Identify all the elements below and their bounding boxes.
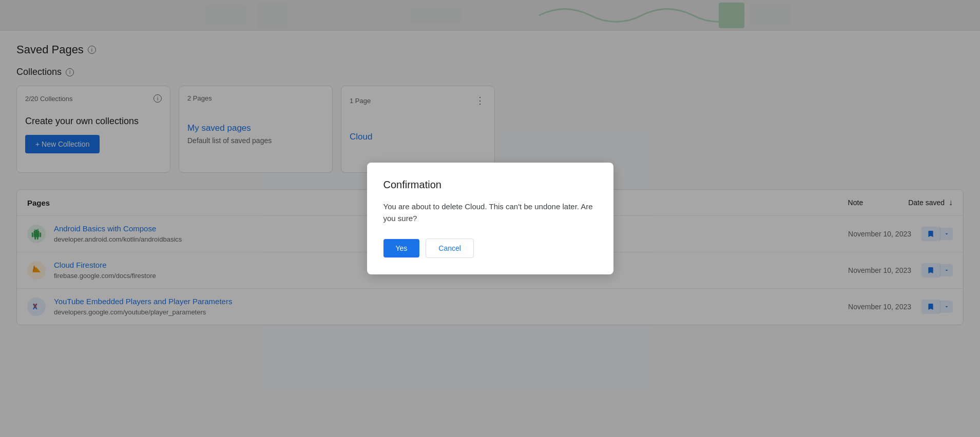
confirmation-dialog: Confirmation You are about to delete Clo…: [367, 163, 613, 274]
dialog-title: Confirmation: [383, 179, 597, 191]
cancel-button[interactable]: Cancel: [426, 239, 474, 258]
page-wrapper: Saved Pages i Collections i 2/20 Collect…: [0, 0, 980, 437]
modal-overlay[interactable]: Confirmation You are about to delete Clo…: [0, 0, 980, 437]
dialog-actions: Yes Cancel: [383, 239, 597, 258]
yes-button[interactable]: Yes: [383, 239, 420, 257]
dialog-body: You are about to delete Cloud. This can'…: [383, 201, 597, 224]
